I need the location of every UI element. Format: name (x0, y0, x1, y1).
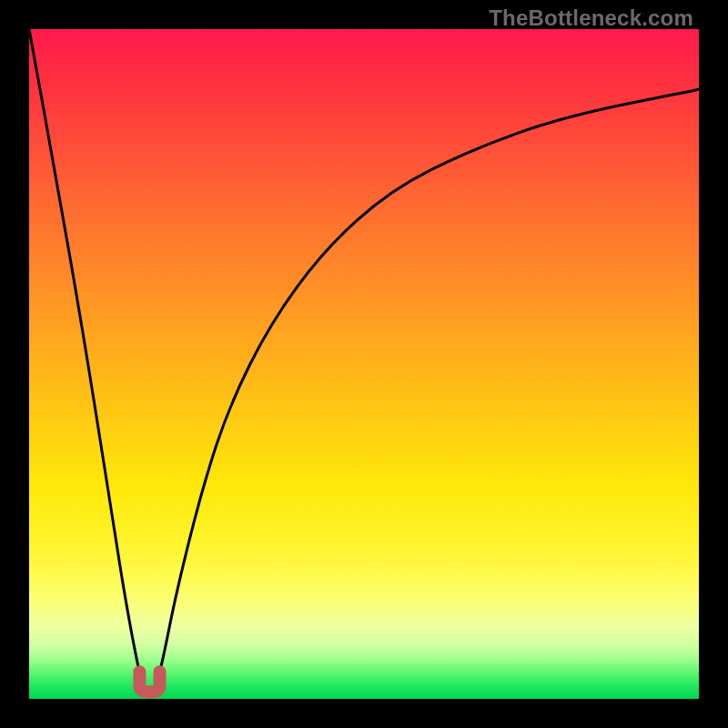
minimum-tip-marker (139, 672, 159, 692)
plot-area (29, 29, 699, 699)
watermark-text: TheBottleneck.com (489, 5, 693, 31)
curve-layer (29, 29, 699, 699)
bottleneck-curve (29, 29, 699, 693)
chart-frame: TheBottleneck.com (0, 0, 728, 728)
